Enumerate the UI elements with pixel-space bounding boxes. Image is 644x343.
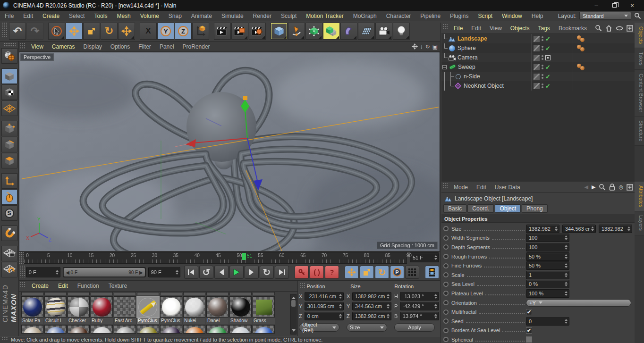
material-partial[interactable] xyxy=(137,325,159,334)
menu-item-tags[interactable]: Tags xyxy=(534,25,554,32)
menu-item-sculpt[interactable]: Sculpt xyxy=(276,13,301,19)
edges-mode-button[interactable] xyxy=(1,137,17,152)
render-view-button[interactable] xyxy=(214,23,231,40)
material-ruby[interactable]: Ruby xyxy=(91,296,113,324)
coord-field[interactable]: 1382.982 cm xyxy=(352,312,391,320)
materials-scrollbar[interactable] xyxy=(290,294,297,335)
object-row-camera[interactable]: Camera xyxy=(441,53,635,62)
menu-item-window[interactable]: Window xyxy=(497,13,527,19)
menu-item-display[interactable]: Display xyxy=(79,43,106,50)
history-forward-icon[interactable]: ▶ xyxy=(592,184,595,190)
record-keyframe-button[interactable] xyxy=(295,266,309,279)
snap-settings-button[interactable]: S xyxy=(1,205,17,221)
animation-toggle-icon[interactable] xyxy=(443,272,449,277)
material-grass[interactable]: Grass xyxy=(253,296,275,324)
add-light-button[interactable] xyxy=(393,23,410,40)
redo-button-button[interactable]: ↷ xyxy=(26,23,43,40)
menu-item-options[interactable]: Options xyxy=(106,43,134,50)
coord-field[interactable]: -42.429 ° xyxy=(400,302,439,310)
lock-x-axis-button[interactable]: X xyxy=(140,23,157,40)
play-loop-button[interactable]: ↻ xyxy=(260,266,274,279)
animation-toggle-icon[interactable] xyxy=(443,235,449,241)
pan-view-icon[interactable] xyxy=(412,43,418,50)
visibility-dots[interactable] xyxy=(542,36,543,41)
animation-toggle-icon[interactable] xyxy=(443,337,449,342)
side-tab-takes[interactable]: Takes xyxy=(635,48,644,70)
value-field[interactable]: 50 % xyxy=(526,252,569,261)
material-danel[interactable]: Danel xyxy=(206,296,229,324)
orientation-dropdown[interactable]: +Y xyxy=(526,299,631,307)
menu-item-bookmarks[interactable]: Bookmarks xyxy=(554,25,591,32)
object-row-sweep[interactable]: Sweep✓ xyxy=(441,62,635,72)
add-panel-icon[interactable] xyxy=(627,184,633,191)
convert-object-button[interactable] xyxy=(1,48,17,64)
menu-item-edit[interactable]: Edit xyxy=(472,184,491,191)
search-icon[interactable] xyxy=(634,12,641,19)
add-primitive-button[interactable] xyxy=(271,23,288,40)
maximize-button[interactable] xyxy=(605,0,623,11)
layer-toggle[interactable] xyxy=(534,55,540,61)
menu-item-volume[interactable]: Volume xyxy=(136,13,164,19)
value-field[interactable]: 1 xyxy=(526,271,569,279)
material-fast-arc[interactable]: Fast Arc xyxy=(114,296,136,324)
animation-toggle-icon[interactable] xyxy=(443,291,449,296)
side-tab-objects[interactable]: Objects xyxy=(635,23,644,48)
coords-mode-dropdown[interactable]: Object (Rel) xyxy=(299,323,339,332)
move-tool-button[interactable] xyxy=(66,23,83,40)
animation-toggle-icon[interactable] xyxy=(443,282,449,287)
texture-tag-icon[interactable] xyxy=(580,66,585,70)
material-partial[interactable] xyxy=(160,325,182,334)
material-pyroclus[interactable]: PyroClus xyxy=(160,296,182,324)
object-row-sphere[interactable]: Sphere✓ xyxy=(441,43,635,53)
visibility-dots[interactable] xyxy=(542,55,543,60)
tag-area[interactable] xyxy=(573,81,635,91)
menu-item-function[interactable]: Function xyxy=(73,283,104,289)
menu-item-file[interactable]: File xyxy=(449,25,467,32)
tag-area[interactable] xyxy=(573,72,635,81)
animation-toggle-icon[interactable] xyxy=(443,318,449,324)
value-field[interactable]: 0 xyxy=(526,317,569,326)
render-settings-button[interactable] xyxy=(249,23,266,40)
live-selection-tool-button[interactable] xyxy=(48,23,65,40)
workplane-transform-button[interactable] xyxy=(1,262,17,277)
autokey-button[interactable]: ( ) xyxy=(310,266,324,279)
search-icon[interactable] xyxy=(595,25,602,32)
filter-icon[interactable] xyxy=(616,26,623,31)
materials-grip[interactable] xyxy=(20,282,26,288)
layer-toggle[interactable] xyxy=(534,36,540,42)
animation-toggle-icon[interactable] xyxy=(443,310,449,315)
coord-field[interactable]: 1382.982 cm xyxy=(352,292,391,301)
material-nukei[interactable]: Nukei xyxy=(183,296,205,324)
value-field[interactable]: 100 % xyxy=(526,289,569,298)
menu-item-view[interactable]: View xyxy=(27,43,48,50)
coord-field[interactable]: 13.974 ° xyxy=(400,312,439,320)
object-row-n-side[interactable]: n-Side✓ xyxy=(441,72,635,81)
add-panel-icon[interactable] xyxy=(627,25,633,32)
material-shadow[interactable]: Shadow xyxy=(229,296,252,324)
object-row-neoknot-object[interactable]: NeoKnot Object✓ xyxy=(441,81,635,91)
lock-y-axis-button[interactable]: Y xyxy=(157,23,174,40)
transport-grip[interactable] xyxy=(20,265,25,277)
checkbox[interactable] xyxy=(526,336,532,343)
lock-icon[interactable] xyxy=(609,184,615,191)
menu-item-snap[interactable]: Snap xyxy=(164,13,186,19)
menu-item-pipeline[interactable]: Pipeline xyxy=(415,13,445,19)
focus-icon[interactable]: ◎ xyxy=(619,184,623,190)
menu-item-file[interactable]: File xyxy=(0,13,18,19)
collapse-icon[interactable] xyxy=(442,65,447,69)
points-mode-button[interactable] xyxy=(1,121,17,136)
coords-grip[interactable] xyxy=(300,283,305,289)
menu-item-plugins[interactable]: Plugins xyxy=(445,13,473,19)
object-row-landscape[interactable]: Landscape✓ xyxy=(441,34,635,43)
zoom-view-icon[interactable]: ↓ xyxy=(420,43,423,50)
menu-item-edit[interactable]: Edit xyxy=(53,283,73,289)
material-partial[interactable] xyxy=(206,325,229,334)
menu-item-select[interactable]: Select xyxy=(64,13,89,19)
section-header[interactable]: Object Properties xyxy=(441,215,635,223)
value-field[interactable]: 100 xyxy=(526,243,569,251)
material-partial[interactable] xyxy=(21,325,43,334)
key-position-button[interactable] xyxy=(345,266,359,279)
animation-toggle-icon[interactable] xyxy=(443,254,449,259)
minimize-button[interactable]: – xyxy=(587,0,605,11)
play-backwards-button[interactable]: ↺ xyxy=(199,266,213,279)
